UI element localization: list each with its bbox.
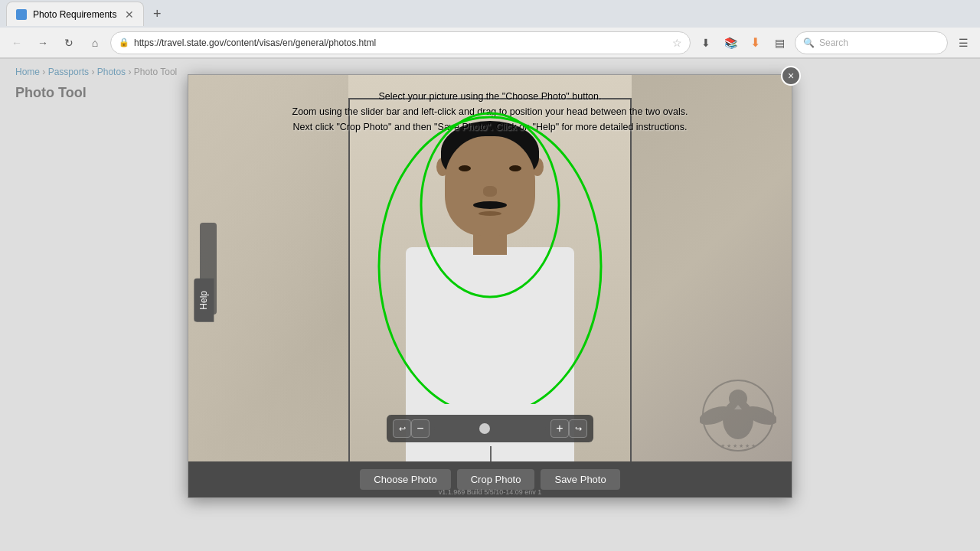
bookmarks-button[interactable]: 📚 [720,32,741,54]
forward-button[interactable]: → [32,32,54,54]
zoom-slider-track[interactable] [434,426,546,431]
zoom-slider-thumb[interactable] [479,423,490,434]
svg-point-1 [421,113,559,297]
eagle-watermark: ★ ★ ★ ★ ★ ★ [700,377,776,454]
reader-view-button[interactable]: ▤ [769,32,790,54]
save-photo-button[interactable]: Save Photo [541,469,619,490]
tab-bar: Photo Requirements ✕ + [0,0,980,28]
modal-close-button[interactable]: × [781,66,801,86]
zoom-reset-button[interactable]: ↩ [393,419,411,438]
lock-icon: 🔒 [119,37,129,47]
search-icon: 🔍 [803,37,815,48]
zoom-out-button[interactable]: − [411,419,430,438]
help-tab-container: Help [188,269,226,289]
downloads-button[interactable]: ⬇ [695,32,717,54]
pocket-button[interactable]: ⬇ [744,32,766,54]
address-bar[interactable]: 🔒 https://travel.state.gov/content/visas… [110,31,691,54]
tab-favicon [16,9,27,20]
modal-buttons-bar: Choose Photo Crop Photo Save Photo v1.1.… [188,461,792,497]
nav-bar: ← → ↻ ⌂ 🔒 https://travel.state.gov/conte… [0,28,980,58]
search-placeholder: Search [819,37,848,48]
zoom-controls: ↩ − + ↪ [387,415,593,442]
zoom-in-button[interactable]: + [550,419,569,438]
nav-icons: ⬇ 📚 ⬇ ▤ [695,32,790,54]
oval-guides [345,98,635,404]
photo-tool-modal: × [188,74,792,498]
menu-button[interactable]: ☰ [952,32,974,54]
crop-photo-button[interactable]: Crop Photo [457,469,535,490]
help-tab[interactable]: Help [194,279,214,322]
home-button[interactable]: ⌂ [84,32,106,54]
url-text: https://travel.state.gov/content/visas/e… [134,37,668,48]
back-button[interactable]: ← [6,32,28,54]
version-text: v1.1.969 Build 5/5/10-14:09 env 1 [439,488,542,496]
svg-text:★ ★ ★ ★ ★ ★: ★ ★ ★ ★ ★ ★ [720,443,756,448]
photo-tool-area: Select your picture using the "Choose Ph… [188,75,792,461]
new-tab-button[interactable]: + [147,3,168,25]
zoom-full-button[interactable]: ↪ [569,419,587,438]
active-tab[interactable]: Photo Requirements ✕ [6,2,144,26]
tab-close-button[interactable]: ✕ [125,8,134,21]
close-icon: × [788,70,794,82]
browser-chrome: Photo Requirements ✕ + ← → ↻ ⌂ 🔒 https:/… [0,0,980,59]
modal-overlay: × [0,59,980,551]
bottom-line [490,446,492,461]
tab-title: Photo Requirements [33,9,116,20]
choose-photo-button[interactable]: Choose Photo [360,469,450,490]
bookmark-star[interactable]: ☆ [672,37,682,49]
svg-point-0 [379,117,601,404]
search-bar[interactable]: 🔍 Search [795,31,948,54]
refresh-button[interactable]: ↻ [58,32,80,54]
page-content: Home › Passports › Photos › Photo Tool P… [0,59,980,551]
